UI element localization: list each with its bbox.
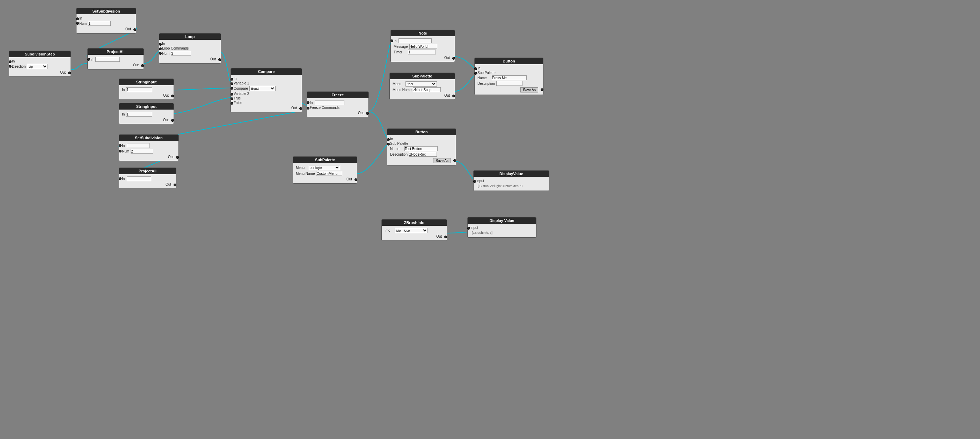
node-subpalette1-header: SubPalette [390,73,455,79]
node-projectall2-body: In Out [119,174,176,189]
port-out-dot [366,112,369,115]
port-in-dot [231,78,233,81]
direction-label: Direction [12,65,25,68]
port-in-dot [390,40,393,42]
port-in-dot [159,43,162,46]
input-value: [ZBrushInfo, 3] [472,231,492,235]
in-input[interactable] [127,176,151,181]
node-displayvalue2: Display Value Input [ZBrushInfo, 3] [467,217,536,238]
port-num-dot [159,52,162,55]
node-note-header: Note [391,30,455,36]
port-in-dot [474,67,477,70]
message-input[interactable] [409,44,437,49]
port-loop-commands-dot [159,48,162,50]
in-label: In [394,39,396,43]
num-input[interactable] [130,149,153,154]
save-as-button[interactable]: Save As [433,158,451,163]
out-label: Out [163,94,169,97]
port-subpalette-dot [387,143,390,146]
in-input[interactable] [127,143,150,148]
in-input[interactable] [398,38,432,43]
node-stringinput2: StringInput In Out [119,103,174,124]
description-input[interactable] [496,81,522,86]
save-as-button[interactable]: Save As [520,87,538,92]
node-stringinput1: StringInput In Out [119,79,174,100]
node-button2-header: Button [387,129,456,135]
in-label: In [477,66,480,70]
node-compare-header: Compare [231,68,302,74]
menu-name-input[interactable] [413,87,441,92]
port-num-dot [119,150,121,152]
menu-select[interactable]: Tool [406,81,437,87]
input-label: Input [476,179,484,183]
out-label: Out [358,111,364,115]
port-saveas-dot [541,88,543,91]
description-label: Description [477,82,495,86]
in-input[interactable] [126,87,152,92]
in-input[interactable] [315,100,344,105]
port-in-dot [9,60,11,63]
timer-label: Timer [394,50,402,54]
in-input[interactable] [95,57,120,62]
in-input[interactable] [126,112,152,117]
port-out-dot [173,184,177,186]
direction-select[interactable]: Up [27,64,48,69]
node-zbrushinfo-body: Info Mem Use Out [382,226,447,241]
name-label: Name [477,76,487,80]
port-input-dot [473,180,476,183]
node-note: Note In Message Timer Out [390,30,455,62]
port-in-dot [119,144,121,147]
input-value: [IButton,'ZPlugin:CustomMenu:T [478,184,523,188]
description-input[interactable] [409,152,437,157]
node-setsubdivision2: SetSubdivision In Num Out [119,134,179,161]
node-loop-body: In Loop Commands Num Out [159,40,221,63]
menu-name-input[interactable] [316,171,342,176]
node-projectall2: ProjectAll In Out [119,168,177,189]
menu-label: Menu [296,166,305,170]
node-displayvalue1-body: Input [IButton,'ZPlugin:CustomMenu:T [474,177,549,190]
in-label: In [390,137,393,141]
compare-select[interactable]: Equal [249,86,275,91]
node-displayvalue1-header: DisplayValue [474,171,549,177]
timer-input[interactable] [408,49,436,54]
name-input[interactable] [492,75,527,80]
out-label: Out [347,177,352,181]
in-label: In [91,57,93,62]
out-label: Out [444,56,450,60]
node-freeze-body: In Freeze Commands Out [307,98,369,117]
port-direction-dot [9,65,11,68]
name-label: Name [390,147,399,151]
true-label: True [234,96,241,100]
node-projectall1-body: In Out [88,55,143,69]
out-label: Out [133,63,138,67]
num-input[interactable] [88,21,111,26]
node-stringinput2-header: StringInput [119,103,173,109]
node-freeze-header: Freeze [307,92,369,98]
out-label: Out [444,94,450,97]
node-projectall1: ProjectAll In Out [88,48,144,70]
node-subpalette2-header: SubPalette [293,157,357,163]
node-setsubdivision1-header: SetSubdivision [76,8,136,14]
menu-name-label: Menu Name [393,88,411,92]
node-displayvalue1: DisplayValue Input [IButton,'ZPlugin:Cus… [473,170,549,191]
in-label: In [122,144,125,147]
node-button1-header: Button [475,58,543,64]
compare-label: Compare [234,87,248,90]
port-false-dot [231,102,233,105]
menu-select[interactable]: Z Plugin [309,165,340,170]
subpalette-label: Sub Palette [477,71,496,74]
node-projectall1-header: ProjectAll [88,49,143,55]
node-loop: Loop In Loop Commands Num Out [159,33,221,63]
port-out-dot [299,107,302,110]
node-subpalette1: SubPalette Menu Tool Menu Name Out [390,73,455,100]
var1-label: Variable 1 [234,81,249,85]
node-setsubdivision1: SetSubdivision In Num Out [76,8,136,33]
info-select[interactable]: Mem Use [395,228,428,233]
node-loop-header: Loop [159,33,221,40]
name-input[interactable] [404,146,438,151]
num-input[interactable] [171,51,191,56]
out-label: Out [60,70,66,74]
out-label: Out [436,235,442,238]
node-projectall2-header: ProjectAll [119,168,176,174]
port-out-dot [141,64,144,67]
